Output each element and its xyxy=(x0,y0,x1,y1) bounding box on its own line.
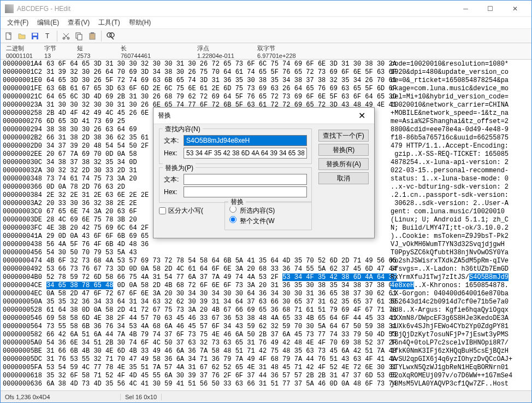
hex-row[interactable]: 000000045654 30 50 70 79 53 5A 43 T0PpyS… xyxy=(3,249,529,257)
new-file-icon[interactable] xyxy=(3,30,15,42)
status-bar: Ofs 1,236 0x4D4 Sel 16 0x10 xyxy=(1,390,531,402)
cancel-button[interactable]: 取消 xyxy=(318,172,369,184)
hex-row[interactable]: 000000058266 42 6A 51 6A 44 7A 4B 79 74 … xyxy=(3,331,529,339)
replace-hex-input[interactable] xyxy=(184,186,307,197)
menu-file[interactable]: 文件(F) xyxy=(3,17,33,28)
scope-group-label: 替换 xyxy=(228,197,246,207)
window-buttons: ─ ☐ ✕ xyxy=(453,1,527,16)
menu-tool[interactable]: 工具(T) xyxy=(94,17,124,28)
cut-icon[interactable] xyxy=(60,30,72,42)
dialog-titlebar: 替换 ✕ xyxy=(153,108,374,124)
binary-label: 二进制 xyxy=(6,44,33,52)
hex-row[interactable]: 00000004B052 78 59 72 6D 58 66 75 4A 31 … xyxy=(3,273,529,282)
app-icon xyxy=(5,4,14,13)
hex-row[interactable]: 00000005A054 36 6E 34 51 2B 30 74 6F 4C … xyxy=(3,339,529,347)
short-label: 短 xyxy=(77,44,110,52)
short-value: 2573 xyxy=(77,52,110,59)
minimize-button[interactable]: ─ xyxy=(453,1,478,16)
long-value: 760744461 xyxy=(121,52,186,59)
replace-hex-label: Hex: xyxy=(164,188,184,196)
replace-button[interactable]: 替换(R) xyxy=(318,144,369,156)
double-label: 双字节 xyxy=(257,44,296,52)
menu-edit[interactable]: 编辑(E) xyxy=(33,17,63,28)
find-hex-input[interactable] xyxy=(184,148,307,159)
hex-row[interactable]: 00000006366A 38 4D 73 4D 35 56 4C 41 30 … xyxy=(3,380,529,388)
hex-row[interactable]: 00000001E064 65 3D 30 26 5F 72 74 69 63 … xyxy=(3,77,529,85)
find-text-label: 文本: xyxy=(164,136,184,145)
menu-view[interactable]: 查看(V) xyxy=(63,17,94,28)
dialog-title: 替换 xyxy=(158,111,353,120)
maximize-button[interactable]: ☐ xyxy=(478,1,503,16)
open-file-icon[interactable] xyxy=(16,30,28,42)
paste-icon[interactable] xyxy=(86,30,98,42)
hex-row[interactable]: 00000004EC0A 58 2D 47 6F 72 67 6F 6E 3A … xyxy=(3,290,529,298)
text-tool-icon[interactable]: T xyxy=(42,30,54,42)
float-value: 1.22804e-011 xyxy=(197,52,246,59)
hex-row[interactable]: 000000021C64 65 6C 3D 4D 69 2B 31 30 26 … xyxy=(3,93,529,101)
hex-row[interactable]: 000000049253 66 73 76 67 73 3D 0D 0A 58 … xyxy=(3,265,529,273)
find-next-button[interactable]: 查找下一个(F) xyxy=(318,130,369,142)
toolbar: T xyxy=(1,29,531,43)
float-label: 浮点 xyxy=(197,44,246,52)
svg-rect-2 xyxy=(33,33,37,36)
svg-rect-0 xyxy=(6,33,11,39)
toolbar-separator xyxy=(101,31,102,42)
svg-rect-3 xyxy=(33,37,37,39)
hex-row[interactable]: 00000005FA53 54 59 4C 77 78 4E 35 51 7A … xyxy=(3,364,529,372)
double-value: 6.97701e+228 xyxy=(257,52,296,59)
replace-group-label: 替换为(P) xyxy=(163,163,196,173)
svg-rect-9 xyxy=(90,33,95,39)
byte-label: 字节 xyxy=(44,44,66,52)
hex-row[interactable]: 000000054669 58 58 6D 4E 38 2F 44 57 70 … xyxy=(3,314,529,323)
svg-rect-8 xyxy=(78,34,82,40)
replace-all-button[interactable]: 替换所有(A) xyxy=(318,158,369,170)
hex-row[interactable]: 00000004CE34 65 38 78 65 48 0D 0A 58 2D … xyxy=(3,282,529,290)
hex-row[interactable]: 000000056473 55 58 6B 36 76 34 53 4A 68 … xyxy=(3,323,529,331)
hex-row[interactable]: 00000005BE31 66 6B 4B 30 4E 6D 4B 33 49 … xyxy=(3,347,529,355)
close-button[interactable]: ✕ xyxy=(503,1,527,16)
info-bar: 二进制00001101 字节13 短2573 长760744461 浮点1.22… xyxy=(1,43,531,60)
save-file-icon[interactable] xyxy=(29,30,41,42)
find-hex-label: Hex: xyxy=(164,149,184,157)
menu-help[interactable]: 帮助(H) xyxy=(125,17,156,28)
status-offset: Ofs 1,236 0x4D4 xyxy=(1,394,121,400)
find-text-input[interactable] xyxy=(184,135,307,146)
svg-point-13 xyxy=(110,33,114,37)
replace-text-label: 文本: xyxy=(164,175,184,184)
replace-text-input[interactable] xyxy=(184,174,307,185)
hex-row[interactable]: 00000001A463 6F 64 65 3D 31 30 30 32 30 … xyxy=(3,60,529,68)
hex-row[interactable]: 000000050A35 35 32 36 34 33 64 31 34 63 … xyxy=(3,298,529,306)
byte-value: 13 xyxy=(44,52,66,59)
titlebar: ABCDEFG - HEdit ─ ☐ ✕ xyxy=(1,1,531,17)
menubar: 文件(F) 编辑(E) 查看(V) 工具(T) 帮助(H) xyxy=(1,17,531,29)
hex-row[interactable]: 000000043856 4A 5F 76 4F 6B 4D 48 36VJ_v… xyxy=(3,241,529,249)
find-group-label: 查找内容(N) xyxy=(163,125,203,134)
hex-row[interactable]: 00000001FE63 6B 61 67 65 3D 63 6F 6D 2E … xyxy=(3,85,529,93)
find-icon[interactable] xyxy=(104,30,116,42)
scope-wholefile-radio[interactable]: 整个文件(W xyxy=(229,216,307,226)
hex-row[interactable]: 00000001C231 39 32 30 26 64 70 69 3D 34 … xyxy=(3,68,529,77)
dialog-close-icon[interactable]: ✕ xyxy=(353,110,370,121)
svg-text:T: T xyxy=(45,32,50,40)
svg-rect-10 xyxy=(91,32,94,34)
copy-icon[interactable] xyxy=(73,30,85,42)
hex-row[interactable]: 00000005DC31 76 53 55 32 71 70 47 49 58 … xyxy=(3,355,529,364)
window-title: ABCDEFG - HEdit xyxy=(17,5,453,13)
long-label: 长 xyxy=(121,44,186,52)
toolbar-separator xyxy=(57,31,57,42)
hex-row[interactable]: 000000052861 64 38 0D 0A 58 2D 41 72 67 … xyxy=(3,306,529,314)
hex-row[interactable]: 000000061835 32 6F 58 71 52 4F 4D 45 55 … xyxy=(3,372,529,380)
binary-value: 00001101 xyxy=(6,52,33,59)
status-selection: Sel 16 0x10 xyxy=(121,394,162,400)
scope-selection-radio[interactable]: 所选内容(S) xyxy=(229,206,307,215)
case-label: 区分大小写( xyxy=(168,206,203,215)
hex-row[interactable]: 00000004744B 6F 32 73 68 4A 53 57 69 73 … xyxy=(3,257,529,265)
case-checkbox[interactable] xyxy=(159,207,166,214)
replace-dialog: 替换 ✕ 查找内容(N) 文本: Hex: 替换为(P) 文本: Hex: xyxy=(153,107,375,238)
